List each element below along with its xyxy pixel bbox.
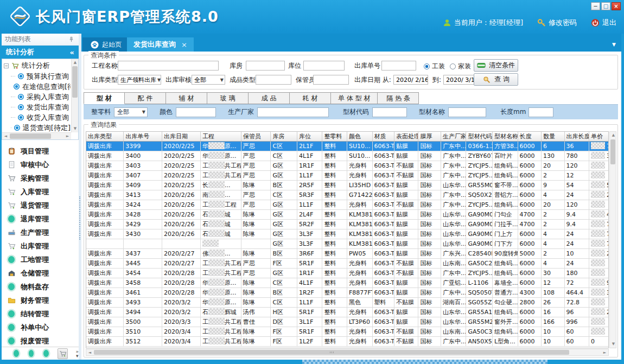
module-dot-icon[interactable] xyxy=(43,350,49,357)
table-horizontal-scrollbar[interactable]: ◄ ► xyxy=(86,349,609,356)
table-row[interactable]: 调拨出库35002020/3/3工共工程曹佳D区3L1F整料LT3P606063… xyxy=(86,317,609,327)
tree-item[interactable]: 退货查询[待定] xyxy=(3,123,71,132)
column-header[interactable]: 出库日期 xyxy=(162,132,201,141)
material-tab-7[interactable]: 单 体 型 材 xyxy=(331,92,378,104)
module-dot-icon[interactable] xyxy=(29,350,34,357)
out-type-select[interactable]: 生产领料出库▼ xyxy=(118,75,161,85)
table-row[interactable]: 调拨出库34932020/3/2华原...陈琳C区1L1F整料黑色塑料不贴膜国标… xyxy=(86,297,609,307)
sidebar-item-1[interactable]: 项目管理 xyxy=(2,144,79,158)
table-row[interactable]: 调拨出库34582020/2/28华原...陈琳C区4L1F整料光身料6063-… xyxy=(86,278,609,288)
radio-jiazhuang[interactable]: 家装 xyxy=(450,62,471,71)
profile-name-input[interactable] xyxy=(448,107,486,117)
color-input[interactable] xyxy=(176,107,216,117)
column-header[interactable]: 出库单号 xyxy=(124,132,162,141)
table-row[interactable]: 调拨出库34032020/2/25工共工程严思G区1R1F整料光身料6063-T… xyxy=(86,161,609,170)
table-row[interactable]: 调拨出库33992020/2/25华原...严思C区2L1F整料SU10...6… xyxy=(86,141,609,151)
clear-conditions-button[interactable]: 清空条件 xyxy=(474,59,518,72)
table-row[interactable]: 调拨出库34282020/2/26石城陈琳G区2L4F整料KLM38176063… xyxy=(86,209,609,219)
pin-icon[interactable] xyxy=(67,35,75,44)
close-button[interactable]: × xyxy=(612,2,621,10)
tree-item[interactable]: 采购入库查询 xyxy=(3,92,71,102)
sidebar-item-4[interactable]: 入库管理 xyxy=(2,185,79,199)
table-row[interactable]: 调拨出库35102020/3/4工共工程陈琳F区5R1F整料光身料6063-T5… xyxy=(86,327,609,336)
maximize-button[interactable]: □ xyxy=(601,2,610,10)
tab-list-caret-icon[interactable]: ▼ xyxy=(612,42,616,47)
tab-close-icon[interactable]: × xyxy=(181,41,187,49)
sidebar-item-6[interactable]: 退库管理 xyxy=(2,212,79,226)
location-input[interactable] xyxy=(303,61,345,71)
date-from-picker[interactable]: 2020/ 2/16▼ xyxy=(393,75,428,85)
table-row[interactable]: 调拨出库34092020/2/25长...陈琳B区2R5F整料LI35HD606… xyxy=(86,180,609,190)
tree-item[interactable]: 在途信息查询[待 xyxy=(3,81,71,92)
sidebar-item-12[interactable]: 财务管理 xyxy=(2,293,79,307)
table-row[interactable]: 调拨出库34242020/2/26工工程严思G区1L1F整料光身料6063-T5… xyxy=(86,200,609,209)
sidebar-section-header[interactable]: 统计分析 « xyxy=(2,46,79,59)
radio-gongzhuang[interactable]: 工装 xyxy=(424,62,445,71)
column-header[interactable]: 库位 xyxy=(297,132,322,141)
tab-shipping-outbound-query[interactable]: 发货出库查询 × xyxy=(127,37,194,52)
sidebar-item-8[interactable]: 出库管理 xyxy=(2,239,79,253)
sidebar-item-10[interactable]: 仓储管理 xyxy=(2,266,79,280)
sidebar-item-11[interactable]: 物料盘存 xyxy=(2,280,79,293)
tree-expander-icon[interactable]: − xyxy=(4,63,9,68)
profile-code-input[interactable] xyxy=(372,107,407,117)
sidebar-item-7[interactable]: 生产管理 xyxy=(2,226,79,239)
table-vertical-scrollbar[interactable]: ▲ ▼ xyxy=(609,131,616,348)
table-row[interactable]: 调拨出库34302020/2/26石城陈琳G区3L3F整料KLM38176063… xyxy=(86,229,609,239)
material-tab-5[interactable]: 成 品 xyxy=(249,92,290,104)
sidebar-item-2[interactable]: 审核中心 xyxy=(2,158,79,171)
table-row[interactable]: 调拨出库35122020/3/4工共工程陈琳F区1L2F整料光身料6063-T5… xyxy=(86,336,609,346)
material-tab-4[interactable]: 玻 璃 xyxy=(207,92,249,104)
table-row[interactable]: 调拨出库34372020/2/27佛...陈琳B区3R6F整料PW056063-… xyxy=(86,248,609,258)
tree-item[interactable]: 发货出库查询 xyxy=(3,102,71,112)
column-header[interactable]: 型材代码 xyxy=(466,132,493,141)
table-row[interactable]: 调拨出库34292020/2/26石城陈琳G区5R2F整料KLM38176063… xyxy=(86,219,609,229)
tree-item[interactable]: 收货入库查询 xyxy=(3,112,71,123)
table-row[interactable]: 调拨出库34452020/2/27工共工程严思F区5R1F整料光身料6063-T… xyxy=(86,258,609,268)
tree-horizontal-scrollbar[interactable]: ◄ ► xyxy=(2,132,71,139)
table-row[interactable]: 调拨出库34542020/2/28工共工程严思G区1R1F整料光身料6063-T… xyxy=(86,268,609,278)
table-row[interactable]: 调拨出库34072020/2/25工共工程严思G区1L1F整料光身料6063-T… xyxy=(86,170,609,180)
tab-home[interactable]: 起始页 xyxy=(82,37,129,52)
module-dot-icon[interactable] xyxy=(14,350,19,357)
minimize-button[interactable]: ─ xyxy=(591,2,600,10)
column-header[interactable]: 单价 xyxy=(589,132,609,141)
change-password-button[interactable]: 修改密码 xyxy=(537,18,577,28)
column-header[interactable]: 型材名称 xyxy=(493,132,518,141)
column-header[interactable]: 数量 xyxy=(542,132,564,141)
tree-vertical-scrollbar[interactable]: ▲ ▼ xyxy=(71,59,78,132)
sidebar-item-13[interactable]: 结转管理 xyxy=(2,307,79,321)
sidebar-item-9[interactable]: 工地管理 xyxy=(2,253,79,266)
material-tab-2[interactable]: 配 件 xyxy=(125,92,166,104)
column-header[interactable]: 保管员 xyxy=(241,132,271,141)
keeper-input[interactable] xyxy=(313,75,349,85)
collapse-icon[interactable]: « xyxy=(70,48,74,56)
column-header[interactable]: 膜厚 xyxy=(418,132,441,141)
length-input[interactable] xyxy=(529,107,553,117)
search-button[interactable]: 查 询 xyxy=(474,73,518,86)
order-no-input[interactable] xyxy=(381,61,416,71)
column-header[interactable]: 工程 xyxy=(200,132,241,141)
sidebar-item-14[interactable]: 补单中心 xyxy=(2,321,79,334)
column-header[interactable]: 颜色 xyxy=(347,132,372,141)
table-row[interactable]: G区3L3F整料KLM38176063-T5贴膜国标山东华...GA90M09.… xyxy=(86,239,609,248)
table-row[interactable]: 调拨出库34002020/2/25华原...严思C区4L1F整料SU10...6… xyxy=(86,151,609,161)
column-header[interactable]: 出库类型 xyxy=(86,132,124,141)
table-row[interactable]: 调拨出库34612020/2/28华原...陈琳B区1R2F整料F8877FT6… xyxy=(86,288,609,297)
column-header[interactable]: 表面处理 xyxy=(394,132,418,141)
column-header[interactable]: 生产厂家 xyxy=(441,132,466,141)
sidebar-item-3[interactable]: 采购管理 xyxy=(2,171,79,185)
sidebar-splitter[interactable] xyxy=(79,34,81,360)
project-name-input[interactable] xyxy=(118,61,219,71)
table-row[interactable]: 调拨出库34942020/3/2石辉城汤伟H区5R1F整料光身料6063-T5贴… xyxy=(86,307,609,317)
sidebar-item-15[interactable]: 报废管理 xyxy=(2,334,79,347)
table-row[interactable]: 调拨出库34132020/2/26南...严思C区5R3F整料G71422606… xyxy=(86,190,609,200)
tree-item[interactable]: 预算执行查询 xyxy=(3,71,71,81)
audit-select[interactable]: 全部▼ xyxy=(192,75,225,85)
product-type-input[interactable] xyxy=(256,75,291,85)
manufacturer-input[interactable] xyxy=(257,107,329,117)
date-to-picker[interactable]: 2020/ 3/16▼ xyxy=(443,75,478,85)
tree-root[interactable]: − 统计分析 xyxy=(3,60,71,71)
column-header[interactable]: 长度 xyxy=(518,132,542,141)
material-tab-6[interactable]: 耗 材 xyxy=(290,92,331,104)
